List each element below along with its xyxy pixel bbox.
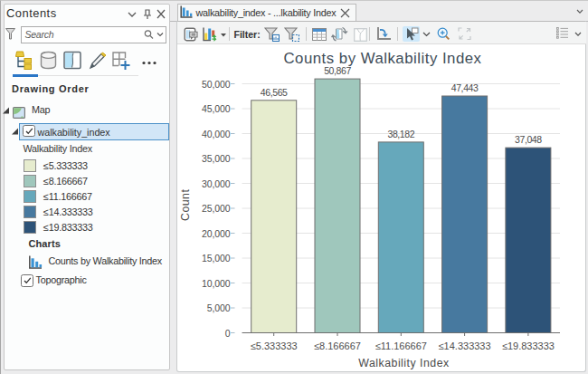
- svg-text:37,048: 37,048: [515, 134, 542, 145]
- svg-text:45,000: 45,000: [202, 103, 231, 114]
- svg-text:Walkability Index: Walkability Index: [358, 357, 450, 369]
- svg-text:46,565: 46,565: [261, 87, 288, 98]
- svg-text:20,000: 20,000: [202, 228, 231, 239]
- svg-text:50,000: 50,000: [202, 79, 231, 90]
- svg-text:5,000: 5,000: [207, 302, 231, 313]
- svg-text:≤8.166667: ≤8.166667: [314, 340, 361, 351]
- svg-text:15,000: 15,000: [202, 253, 231, 264]
- svg-text:Counts by Walkability Index: Counts by Walkability Index: [283, 50, 481, 67]
- svg-text:≤19.833333: ≤19.833333: [502, 340, 555, 351]
- svg-text:50,867: 50,867: [324, 65, 351, 76]
- svg-text:38,182: 38,182: [387, 129, 414, 139]
- svg-text:40,000: 40,000: [202, 129, 231, 139]
- svg-text:30,000: 30,000: [202, 178, 231, 189]
- svg-text:≤11.166667: ≤11.166667: [375, 340, 427, 351]
- svg-text:10,000: 10,000: [202, 278, 231, 289]
- svg-text:35,000: 35,000: [202, 153, 231, 164]
- svg-text:≤5.333333: ≤5.333333: [251, 340, 298, 351]
- svg-text:≤14.333333: ≤14.333333: [439, 340, 491, 351]
- svg-text:47,443: 47,443: [451, 82, 479, 93]
- svg-text:0: 0: [225, 328, 231, 339]
- svg-text:Count: Count: [179, 189, 192, 221]
- svg-text:25,000: 25,000: [202, 203, 231, 214]
